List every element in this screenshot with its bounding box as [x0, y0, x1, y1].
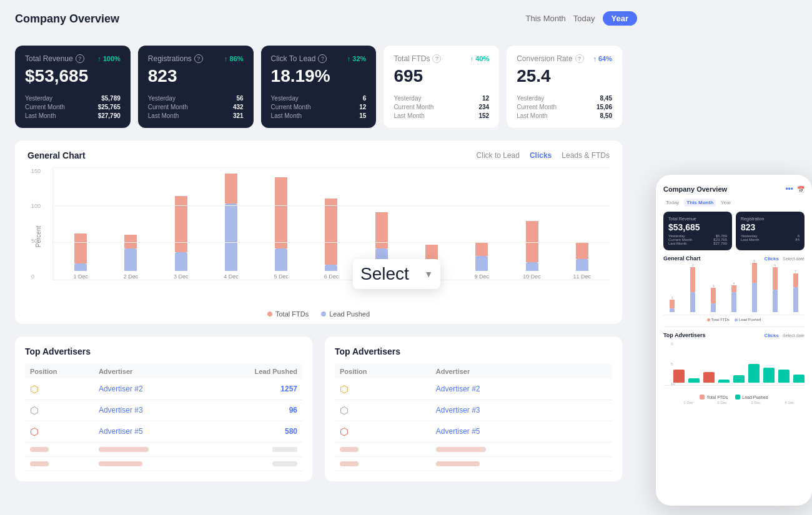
help-icon-ctl[interactable]: ?	[318, 54, 327, 63]
adv-bar[interactable]	[718, 380, 730, 383]
kpi-badge-ctl: 32%	[352, 55, 366, 62]
medal-icon-3: ⬡	[30, 426, 39, 437]
table-row: ⬡ Advertiser #3 96	[25, 400, 302, 421]
adv-right-table: Position Advertiser ⬡ Advertiser #2 ⬡ Ad…	[335, 364, 612, 471]
kpi-card-total-revenue: Total Revenue ? ↑ 100% $53,685 Yesterday…	[15, 46, 131, 128]
chevron-down-icon: ▼	[424, 269, 433, 279]
phone-adv-chart	[663, 342, 805, 386]
phone-kpi-title-revenue: Total Revenue	[668, 217, 727, 221]
adv-bar[interactable]	[763, 368, 775, 383]
help-icon-ftds[interactable]: ?	[432, 54, 441, 63]
help-icon-conv[interactable]: ?	[575, 54, 584, 63]
phone-chart-select[interactable]: Select date	[783, 257, 805, 261]
table-row-placeholder	[25, 456, 302, 471]
trend-arrow-ftds: ↑	[470, 55, 474, 62]
kpi-card-conversion-rate: Conversion Rate ? ↑ 64% 25.4 Yesterday8,…	[507, 46, 622, 128]
adv-bar[interactable]	[688, 378, 700, 383]
kpi-title-registrations: Registrations	[148, 54, 192, 63]
table-row: ⬡ Advertiser #2	[335, 379, 612, 400]
kpi-title-revenue: Total Revenue	[25, 54, 73, 63]
phone-y-axis: 10 5 0	[671, 342, 675, 386]
advertiser-link-2[interactable]: Advertiser #3	[99, 406, 143, 414]
general-chart-section: General Chart Click to Lead Clicks Leads…	[15, 140, 622, 324]
advertiser-link-r2[interactable]: Advertiser #3	[436, 406, 480, 414]
kpi-value-conv: 25.4	[517, 67, 612, 86]
col-advertiser: Advertiser	[94, 364, 205, 379]
medal-icon-r3: ⬡	[340, 426, 349, 437]
trend-arrow-revenue: ↑	[97, 55, 101, 62]
tab-click-to-lead[interactable]: Click to Lead	[477, 151, 520, 160]
phone-chart-tab[interactable]: Clicks	[764, 256, 779, 262]
select-dropdown[interactable]: Select ▼	[353, 259, 440, 289]
kpi-title-ctl: Click To Lead	[271, 54, 316, 63]
adv-bar[interactable]	[793, 375, 805, 383]
help-icon-revenue[interactable]: ?	[76, 54, 84, 63]
bar-chart: Percent 0 50 100 150 1 Dec2 Dec3 Dec4 De…	[27, 168, 610, 305]
mini-bar-group: 1	[663, 295, 681, 312]
phone-kpi-val-reg: 823	[741, 222, 800, 232]
phone-kpi-title-reg: Registration	[741, 217, 800, 221]
y-label-150: 150	[31, 168, 41, 174]
filter-this-month[interactable]: This Month	[526, 14, 566, 23]
phone-tab-year[interactable]: Year	[718, 199, 733, 207]
filter-today[interactable]: Today	[573, 14, 595, 23]
phone-calendar-icon[interactable]: 📅	[797, 186, 805, 193]
page-title: Company Overview	[15, 12, 119, 26]
lead-count-2: 96	[205, 400, 302, 421]
y-label-50: 50	[31, 238, 41, 244]
phone-adv-title: Top Advertisers	[663, 332, 706, 338]
mini-bar-group: 4	[725, 280, 743, 312]
col-lead-pushed: Lead Pushed	[205, 364, 302, 379]
adv-right-title: Top Advertisers	[335, 346, 612, 356]
mini-bar-group: 6	[766, 262, 784, 312]
adv-bar[interactable]	[778, 370, 790, 383]
mini-bar-group: 5	[745, 258, 763, 312]
col-advertiser-r: Advertiser	[431, 364, 587, 379]
legend-label-ftds: Total FTDs	[275, 310, 309, 318]
advertiser-link-3[interactable]: Advertiser #5	[99, 427, 143, 436]
phone-mini-chart: 1234567	[663, 265, 805, 315]
advertiser-link-r3[interactable]: Advertiser #5	[436, 427, 480, 436]
filter-year[interactable]: Year	[603, 11, 637, 26]
kpi-value-ctl: 18.19%	[271, 67, 367, 86]
advertisers-left: Top Advertisers Position Advertiser Lead…	[15, 336, 312, 481]
chart-title: General Chart	[27, 150, 86, 160]
phone-adv-tab[interactable]: Clicks	[764, 333, 779, 338]
phone-chart-title: General Chart	[663, 255, 701, 262]
phone-preview: Company Overview ••• 📅 Today This Month …	[656, 175, 812, 506]
help-icon-reg[interactable]: ?	[194, 54, 203, 63]
kpi-badge-conv: 64%	[598, 55, 612, 62]
legend-label-lead: Lead Pushed	[329, 310, 370, 318]
adv-bar[interactable]	[733, 375, 745, 383]
mini-bar-group: 2	[684, 262, 702, 312]
phone-adv-select[interactable]: Select date	[783, 333, 805, 338]
y-label-100: 100	[31, 203, 41, 209]
adv-bar[interactable]	[748, 364, 760, 383]
adv-bar[interactable]	[673, 370, 685, 383]
phone-tab-this-month[interactable]: This Month	[684, 199, 716, 207]
phone-tab-today[interactable]: Today	[663, 199, 681, 207]
legend-dot-lead	[321, 311, 326, 316]
col-position-r: Position	[335, 364, 431, 379]
tab-clicks[interactable]: Clicks	[530, 151, 552, 160]
kpi-badge-reg: 86%	[230, 55, 244, 62]
phone-advertisers: Top Advertisers Clicks Select date 10 5 …	[663, 332, 805, 405]
adv-left-title: Top Advertisers	[25, 346, 302, 356]
y-label-0: 0	[31, 273, 41, 280]
select-label-text: Select	[360, 264, 409, 284]
table-row: ⬡ Advertiser #3	[335, 400, 612, 421]
phone-kpi-revenue: Total Revenue $53,685 Yesterday$5,789 Cu…	[663, 212, 732, 250]
tab-leads-ftds[interactable]: Leads & FTDs	[562, 151, 610, 160]
col-position: Position	[25, 364, 94, 379]
phone-dots-icon[interactable]: •••	[785, 185, 793, 194]
chart-tabs: Click to Lead Clicks Leads & FTDs	[477, 151, 610, 160]
table-row-placeholder	[335, 442, 612, 456]
kpi-value-ftds: 695	[394, 67, 489, 86]
mini-bar-group: 3	[705, 283, 723, 312]
table-row-placeholder	[335, 456, 612, 471]
advertiser-link-1[interactable]: Advertiser #2	[99, 385, 143, 393]
kpi-cards-row: Total Revenue ? ↑ 100% $53,685 Yesterday…	[15, 46, 622, 128]
lead-count-3: 580	[205, 421, 302, 442]
adv-bar[interactable]	[703, 372, 715, 383]
advertiser-link-r1[interactable]: Advertiser #2	[436, 385, 480, 393]
